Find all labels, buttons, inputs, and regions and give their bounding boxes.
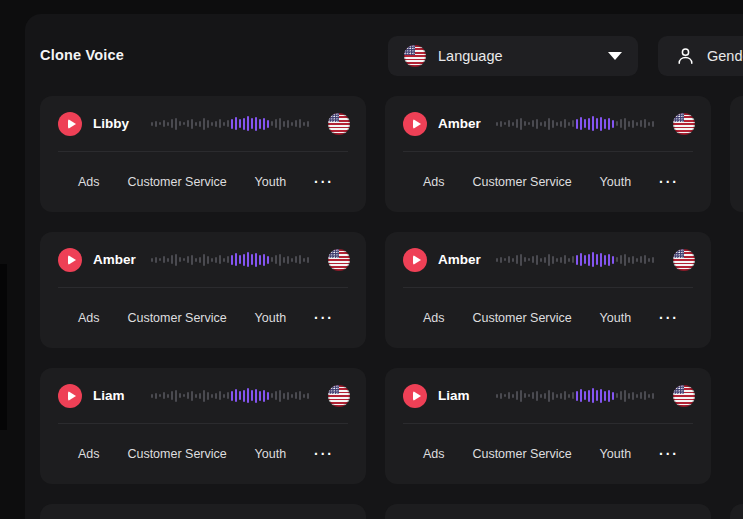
more-tags-button[interactable]: ··· xyxy=(314,313,334,323)
more-tags-button[interactable]: ··· xyxy=(659,449,679,459)
waveform-bar xyxy=(263,118,265,130)
voice-card[interactable]: Libby AdsCustomer ServiceYouth··· xyxy=(40,96,366,212)
flag-canton xyxy=(328,385,339,395)
card-top-row: Amber xyxy=(385,96,711,151)
waveform-bar xyxy=(195,122,197,126)
waveform-bar xyxy=(195,258,197,262)
person-icon xyxy=(676,47,695,66)
waveform-bar xyxy=(512,258,514,262)
waveform-bar xyxy=(548,254,550,266)
language-filter-label: Language xyxy=(438,48,503,64)
waveform-bar xyxy=(303,122,305,126)
tag: Youth xyxy=(255,311,287,325)
voice-card-partial[interactable] xyxy=(40,504,366,519)
waveform-bar xyxy=(175,254,177,266)
voice-card[interactable]: Amber AdsCustomer ServiceYouth··· xyxy=(385,96,711,212)
more-tags-button[interactable]: ··· xyxy=(659,177,679,187)
tag: Ads xyxy=(78,311,100,325)
play-button[interactable] xyxy=(403,248,427,272)
waveform-bar xyxy=(552,392,554,400)
waveform-bar xyxy=(279,390,281,402)
more-tags-button[interactable]: ··· xyxy=(314,449,334,459)
waveform-bar xyxy=(552,120,554,128)
gender-filter-button[interactable]: Gender xyxy=(658,36,743,76)
waveform-bar xyxy=(496,258,498,262)
waveform-bar xyxy=(548,118,550,130)
waveform-bar xyxy=(279,118,281,130)
tag: Customer Service xyxy=(127,311,226,325)
language-filter-button[interactable]: Language xyxy=(388,36,638,76)
waveform-bar xyxy=(512,394,514,398)
waveform-bar xyxy=(652,257,654,263)
waveform-bar xyxy=(283,257,285,263)
more-tags-button[interactable]: ··· xyxy=(314,177,334,187)
waveform-bar xyxy=(191,391,193,401)
voice-card[interactable]: Liam AdsCustomer ServiceYouth··· xyxy=(40,368,366,484)
play-icon xyxy=(413,391,421,401)
waveform-bar xyxy=(295,120,297,127)
waveform-bar xyxy=(207,392,209,400)
voice-card-partial[interactable] xyxy=(730,96,743,212)
voice-name: Liam xyxy=(438,388,490,403)
waveform-bar xyxy=(271,257,273,262)
flag-canton xyxy=(673,385,684,395)
flag-canton xyxy=(673,249,684,259)
waveform-bar xyxy=(151,122,153,126)
scrollbar-thumb[interactable] xyxy=(0,264,7,430)
play-button[interactable] xyxy=(58,112,82,136)
play-button[interactable] xyxy=(58,248,82,272)
waveform-bar xyxy=(616,121,618,126)
waveform-bar xyxy=(171,119,173,128)
waveform-bar xyxy=(596,118,598,129)
card-tags-row: AdsCustomer ServiceYouth··· xyxy=(385,152,711,212)
waveform-bar xyxy=(283,121,285,127)
waveform xyxy=(151,252,318,268)
waveform-bar xyxy=(652,393,654,399)
voice-card[interactable]: Amber AdsCustomer ServiceYouth··· xyxy=(40,232,366,348)
play-button[interactable] xyxy=(403,384,427,408)
waveform-bar xyxy=(167,122,169,126)
waveform-bar xyxy=(604,119,606,129)
waveform-bar xyxy=(215,121,217,127)
tag: Youth xyxy=(255,447,287,461)
waveform-bar xyxy=(584,255,586,264)
waveform-bar xyxy=(624,390,626,402)
waveform-bar xyxy=(496,122,498,126)
flag-canton xyxy=(404,45,415,55)
waveform-bar xyxy=(255,253,257,267)
voice-card[interactable]: Liam AdsCustomer ServiceYouth··· xyxy=(385,368,711,484)
waveform-bar xyxy=(516,255,518,264)
waveform-bar xyxy=(255,117,257,131)
waveform-bar xyxy=(239,391,241,400)
waveform-bar xyxy=(556,394,558,398)
voice-card-partial[interactable] xyxy=(385,504,711,519)
tag: Customer Service xyxy=(127,175,226,189)
waveform-bar xyxy=(616,257,618,262)
page-title: Clone Voice xyxy=(40,42,124,68)
play-icon xyxy=(68,119,76,129)
waveform-bar xyxy=(211,394,213,398)
waveform-bar xyxy=(183,122,185,125)
waveform-bar xyxy=(524,257,526,262)
waveform-bar xyxy=(243,118,245,130)
play-button[interactable] xyxy=(403,112,427,136)
voice-card-partial[interactable] xyxy=(730,504,743,519)
waveform-bar xyxy=(267,256,269,264)
waveform-bar xyxy=(596,390,598,401)
waveform-bar xyxy=(247,388,249,403)
play-icon xyxy=(68,255,76,265)
waveform-bar xyxy=(580,117,582,130)
card-tags-row: AdsCustomer ServiceYouth··· xyxy=(385,424,711,484)
waveform-bar xyxy=(520,390,522,402)
us-flag-icon xyxy=(328,385,350,407)
waveform-bar xyxy=(600,389,602,403)
us-flag-icon xyxy=(404,45,426,67)
waveform-bar xyxy=(636,122,638,126)
play-button[interactable] xyxy=(58,384,82,408)
waveform-bar xyxy=(588,390,590,402)
waveform-bar xyxy=(592,116,594,131)
voice-card[interactable]: Amber AdsCustomer ServiceYouth··· xyxy=(385,232,711,348)
waveform-bar xyxy=(175,390,177,402)
more-tags-button[interactable]: ··· xyxy=(659,313,679,323)
waveform-bar xyxy=(520,254,522,266)
